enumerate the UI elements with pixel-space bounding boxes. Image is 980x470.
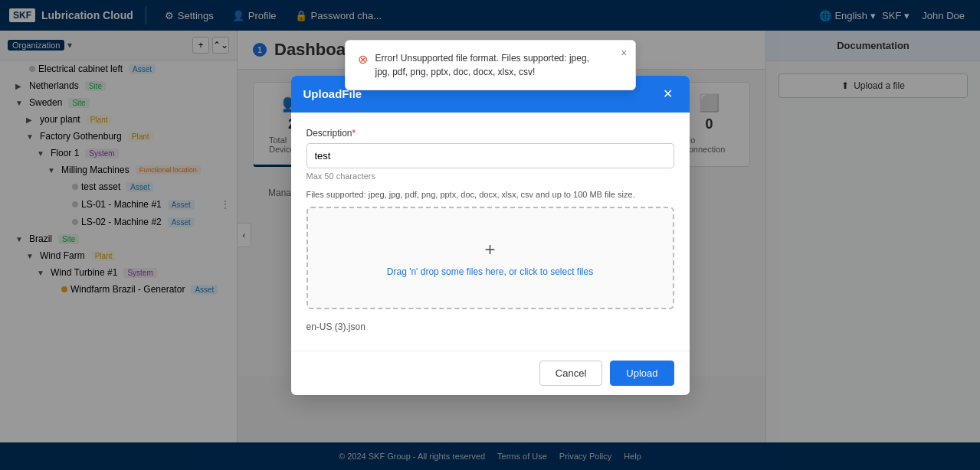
required-marker: * — [352, 128, 356, 139]
file-item: en-US (3).json — [306, 318, 674, 335]
dropzone-instructions: Drag 'n' drop some files here, or click … — [323, 266, 657, 277]
modal-body: Description* Max 50 characters Files sup… — [291, 113, 690, 351]
description-label: Description* — [306, 128, 674, 139]
toast-close-button[interactable]: × — [621, 47, 627, 59]
modal-footer: Cancel Upload — [291, 351, 690, 395]
upload-file-modal: UploadFile ✕ Description* Max 50 charact… — [291, 76, 690, 395]
toast-notification: ⊗ Error! Unsupported file format. Files … — [345, 40, 636, 90]
file-info-text: Files supported: jpeg, jpg, pdf, png, pp… — [306, 190, 674, 199]
description-input[interactable] — [306, 143, 674, 168]
cancel-button[interactable]: Cancel — [539, 361, 602, 386]
modal-close-button[interactable]: ✕ — [659, 85, 677, 103]
upload-button[interactable]: Upload — [610, 361, 674, 386]
plus-icon: + — [323, 239, 657, 260]
char-limit-text: Max 50 characters — [306, 171, 674, 181]
toast-error-icon: ⊗ — [358, 52, 368, 67]
toast-message: Error! Unsupported file format. Files su… — [375, 51, 605, 79]
file-dropzone[interactable]: + Drag 'n' drop some files here, or clic… — [306, 207, 674, 309]
